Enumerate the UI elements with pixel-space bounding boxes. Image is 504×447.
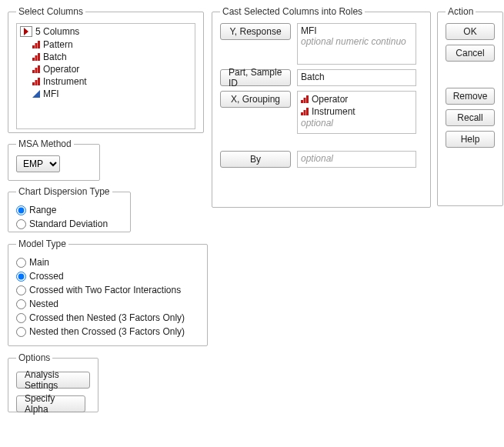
- part-sample-id-box[interactable]: Batch: [297, 69, 416, 86]
- column-item[interactable]: Operator: [20, 63, 192, 75]
- nominal-icon: [32, 53, 40, 61]
- column-item[interactable]: Pattern: [20, 38, 192, 51]
- nominal-icon: [32, 65, 40, 73]
- analysis-settings-button[interactable]: Analysis Settings: [16, 372, 90, 389]
- radio-label: Nested then Crossed (3 Factors Only): [29, 325, 185, 339]
- svg-rect-9: [32, 82, 35, 85]
- by-button[interactable]: By: [220, 151, 291, 168]
- radio-label: Nested: [29, 297, 58, 311]
- column-label: MFI: [43, 88, 59, 100]
- radio-label: Crossed: [29, 269, 64, 283]
- radio-input[interactable]: [16, 299, 26, 309]
- model-option[interactable]: Crossed: [16, 269, 199, 283]
- part-sample-id-value: Batch: [301, 72, 412, 82]
- columns-count-label: 5 Columns: [35, 26, 79, 37]
- svg-rect-11: [38, 78, 40, 85]
- svg-rect-18: [306, 108, 309, 115]
- radio-label: Crossed with Two Factor Interactions: [29, 283, 181, 297]
- nominal-icon: [32, 41, 40, 48]
- x-grouping-label: Instrument: [312, 105, 355, 118]
- y-response-box[interactable]: MFI optional numeric continuo: [297, 23, 416, 65]
- part-sample-id-button[interactable]: Part, Sample ID: [220, 69, 291, 86]
- x-grouping-item[interactable]: Instrument: [301, 105, 412, 118]
- x-grouping-hint: optional: [301, 118, 412, 128]
- model-option[interactable]: Nested: [16, 297, 199, 311]
- dispersion-group: Chart Dispersion Type Range Standard Dev…: [8, 186, 131, 232]
- x-grouping-box[interactable]: Operator Instrument optional: [297, 91, 416, 134]
- svg-rect-5: [38, 53, 40, 61]
- svg-rect-15: [306, 95, 309, 103]
- column-label: Instrument: [43, 75, 87, 88]
- model-type-group: Model Type Main Crossed Crossed with Two…: [8, 239, 208, 346]
- column-label: Operator: [43, 63, 79, 75]
- radio-input[interactable]: [16, 258, 26, 268]
- svg-rect-13: [301, 100, 303, 103]
- specify-alpha-button[interactable]: Specify Alpha: [16, 395, 85, 412]
- model-option[interactable]: Crossed then Nested (3 Factors Only): [16, 311, 199, 325]
- svg-rect-4: [35, 55, 38, 61]
- svg-rect-8: [38, 65, 40, 73]
- y-response-hint: optional numeric continuo: [301, 36, 412, 47]
- svg-rect-16: [301, 112, 303, 115]
- radio-input[interactable]: [16, 272, 26, 282]
- x-grouping-button[interactable]: X, Grouping: [220, 91, 291, 108]
- column-item[interactable]: Batch: [20, 51, 192, 63]
- radio-input[interactable]: [16, 327, 26, 337]
- msa-method-group: MSA Method EMP: [8, 138, 100, 181]
- remove-button[interactable]: Remove: [446, 88, 495, 105]
- action-group: Action OK Cancel Remove Recall Help: [437, 6, 503, 206]
- dispersion-option-range[interactable]: Range: [16, 203, 122, 217]
- radio-input[interactable]: [16, 285, 26, 295]
- options-legend: Options: [16, 352, 52, 363]
- svg-rect-10: [35, 80, 38, 85]
- model-option[interactable]: Crossed with Two Factor Interactions: [16, 283, 199, 297]
- disclosure-icon[interactable]: [20, 26, 32, 37]
- by-hint: optional: [301, 153, 412, 164]
- x-grouping-label: Operator: [312, 93, 348, 105]
- options-group: Options Analysis Settings Specify Alpha: [8, 352, 98, 412]
- by-box[interactable]: optional: [297, 151, 416, 168]
- help-button[interactable]: Help: [446, 131, 495, 148]
- radio-input[interactable]: [16, 219, 26, 229]
- dispersion-legend: Chart Dispersion Type: [16, 186, 112, 197]
- model-option[interactable]: Nested then Crossed (3 Factors Only): [16, 325, 199, 339]
- column-label: Batch: [43, 51, 67, 63]
- radio-input[interactable]: [16, 205, 26, 215]
- nominal-icon: [301, 108, 309, 115]
- recall-button[interactable]: Recall: [446, 109, 495, 126]
- select-columns-legend: Select Columns: [16, 6, 85, 17]
- radio-label: Range: [29, 203, 56, 217]
- radio-input[interactable]: [16, 313, 26, 323]
- dispersion-option-stddev[interactable]: Standard Deviation: [16, 217, 122, 231]
- column-label: Pattern: [43, 38, 73, 51]
- msa-method-legend: MSA Method: [16, 138, 74, 149]
- svg-rect-7: [35, 68, 38, 73]
- cast-roles-legend: Cast Selected Columns into Roles: [220, 6, 365, 17]
- cancel-button[interactable]: Cancel: [446, 45, 495, 62]
- svg-rect-14: [304, 98, 306, 103]
- ok-button[interactable]: OK: [446, 23, 495, 40]
- radio-label: Main: [29, 255, 49, 269]
- svg-rect-1: [35, 43, 38, 48]
- radio-label: Crossed then Nested (3 Factors Only): [29, 311, 185, 325]
- svg-rect-2: [38, 41, 40, 48]
- model-option[interactable]: Main: [16, 255, 199, 269]
- svg-rect-6: [32, 70, 35, 73]
- y-response-value: MFI: [301, 25, 412, 36]
- nominal-icon: [32, 78, 40, 85]
- y-response-button[interactable]: Y, Response: [220, 23, 291, 40]
- svg-marker-12: [32, 90, 40, 98]
- select-columns-group: Select Columns 5 Columns Pattern Batch O…: [8, 6, 204, 133]
- column-item[interactable]: Instrument: [20, 75, 192, 88]
- svg-rect-17: [304, 110, 306, 115]
- column-item[interactable]: MFI: [20, 88, 192, 100]
- svg-rect-0: [32, 45, 35, 48]
- svg-rect-3: [32, 58, 35, 61]
- cast-roles-group: Cast Selected Columns into Roles Y, Resp…: [212, 6, 431, 208]
- action-legend: Action: [446, 6, 476, 17]
- nominal-icon: [301, 95, 309, 103]
- msa-method-select[interactable]: EMP: [16, 155, 60, 172]
- columns-listbox[interactable]: 5 Columns Pattern Batch Operator Instrum…: [16, 23, 195, 129]
- x-grouping-item[interactable]: Operator: [301, 93, 412, 105]
- model-type-legend: Model Type: [16, 239, 68, 249]
